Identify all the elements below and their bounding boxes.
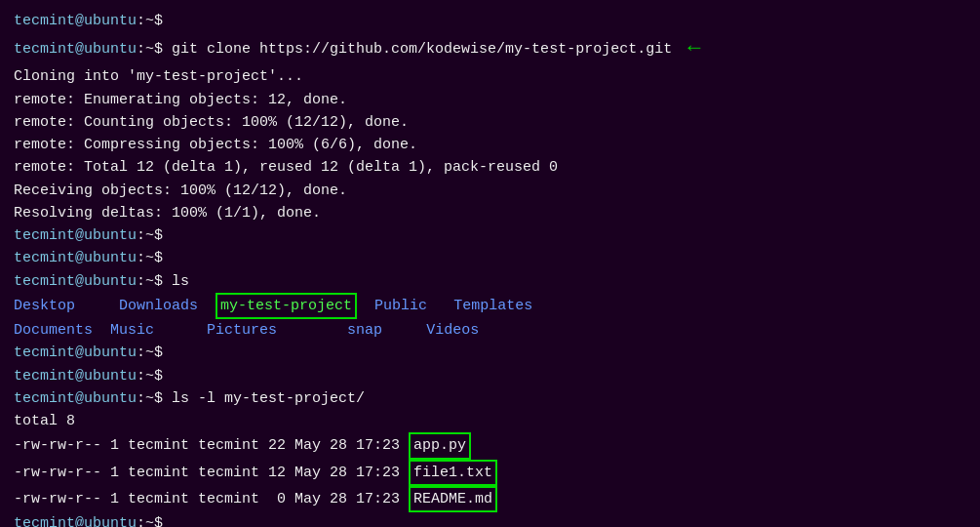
prompt-user: tecmint@ubuntu [14,512,137,527]
receiving-text: Receiving objects: 100% (12/12), done. [14,180,347,202]
receiving: Receiving objects: 100% (12/12), done. [14,180,966,202]
remote-count-text: remote: Counting objects: 100% (12/12), … [14,111,409,134]
prompt-user: tecmint@ubuntu [14,10,137,32]
git-command: git clone https://github.com/kodewise/my… [172,38,672,61]
ls-templates: Templates [453,295,532,317]
ls-row1: Desktop Downloads my-test-project Public… [14,293,966,319]
ll-cmd: ls -l my-test-project/ [172,387,365,410]
ls-row2: Documents Music Pictures snap Videos [14,319,966,342]
ls-desktop: Desktop [14,295,75,317]
file-perms: -rw-rw-r-- 1 tecmint tecmint 0 May 28 17… [14,488,409,510]
resolving-text: Resolving deltas: 100% (1/1), done. [14,202,321,224]
ls-videos: Videos [426,319,479,342]
prompt-user: tecmint@ubuntu [14,365,137,387]
prompt-sep: :~ [137,38,154,61]
empty-prompt-1: tecmint@ubuntu:~$ [14,224,966,247]
prompt-user: tecmint@ubuntu [14,38,137,61]
ls-music: Music [110,319,154,342]
terminal: tecmint@ubuntu:~$ tecmint@ubuntu:~$ git … [0,0,980,527]
total-text: total 8 [14,410,75,432]
remote-enum: remote: Enumerating objects: 12, done. [14,89,966,111]
remote-enum-text: remote: Enumerating objects: 12, done. [14,89,347,111]
prompt-user: tecmint@ubuntu [14,387,137,410]
green-arrow: ← [687,32,700,65]
final-prompt-1: tecmint@ubuntu:~$ [14,512,966,527]
ls-public: Public [374,295,427,317]
empty-prompt-4: tecmint@ubuntu:~$ [14,365,966,387]
file-perms: -rw-rw-r-- 1 tecmint tecmint 12 May 28 1… [14,462,409,484]
remote-count: remote: Counting objects: 100% (12/12), … [14,111,966,134]
empty-prompt-3: tecmint@ubuntu:~$ [14,342,966,364]
ls-cmd: ls [172,270,189,293]
file-perms: -rw-rw-r-- 1 tecmint tecmint 22 May 28 1… [14,434,409,457]
ls-downloads: Downloads [119,295,198,317]
file-line-file1: -rw-rw-r-- 1 tecmint tecmint 12 May 28 1… [14,460,966,486]
ls-documents: Documents [14,319,93,342]
total-line: total 8 [14,410,966,432]
terminal-line-git: tecmint@ubuntu:~$ git clone https://gith… [14,32,966,65]
remote-compress: remote: Compressing objects: 100% (6/6),… [14,134,966,156]
file-name-apppy: app.py [409,432,471,459]
prompt-user: tecmint@ubuntu [14,247,137,269]
file-line-readme: -rw-rw-r-- 1 tecmint tecmint 0 May 28 17… [14,486,966,512]
remote-compress-text: remote: Compressing objects: 100% (6/6),… [14,134,417,156]
prompt-dollar: $ [154,10,163,32]
prompt-dollar2: $ [154,38,172,61]
terminal-line: tecmint@ubuntu:~$ [14,10,966,32]
cloning-line: Cloning into 'my-test-project'... [14,65,966,88]
remote-total-text: remote: Total 12 (delta 1), reused 12 (d… [14,156,558,179]
ll-prompt: tecmint@ubuntu:~$ ls -l my-test-project/ [14,387,966,410]
remote-total: remote: Total 12 (delta 1), reused 12 (d… [14,156,966,179]
prompt-user: tecmint@ubuntu [14,342,137,364]
ls-prompt: tecmint@ubuntu:~$ ls [14,270,966,293]
prompt-user: tecmint@ubuntu [14,270,137,293]
prompt-user: tecmint@ubuntu [14,224,137,247]
prompt-separator: :~ [137,10,154,32]
resolving: Resolving deltas: 100% (1/1), done. [14,202,966,224]
ls-pictures: Pictures [207,319,277,342]
ls-snap: snap [347,319,382,342]
file-name-readme: README.md [409,486,497,512]
empty-prompt-2: tecmint@ubuntu:~$ [14,247,966,269]
file-name-file1: file1.txt [409,460,497,486]
cloning-text: Cloning into 'my-test-project'... [14,65,303,88]
ls-myproject-highlight: my-test-project [216,293,357,319]
file-line-apppy: -rw-rw-r-- 1 tecmint tecmint 22 May 28 1… [14,432,966,459]
